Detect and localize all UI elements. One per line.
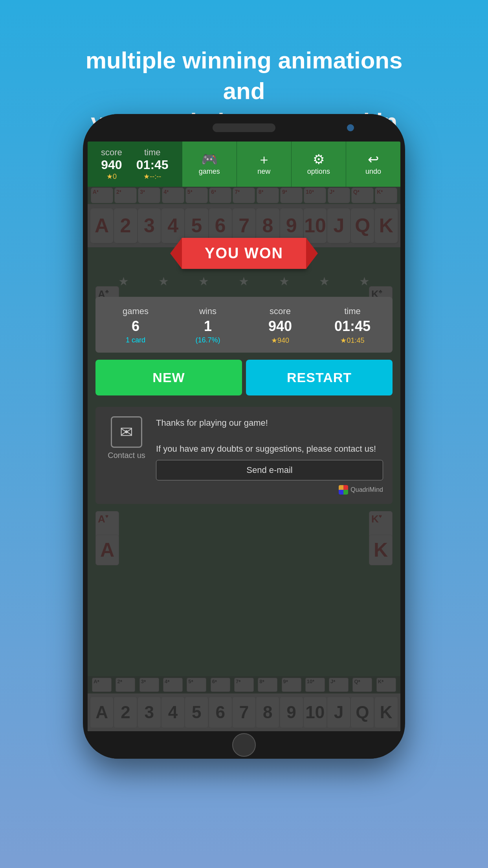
phone-bottom-bar [83,731,405,759]
phone-top-bar [83,114,405,142]
phone-camera [347,124,354,131]
score-label: score [101,147,122,158]
toolbar-buttons: 🎮 games ＋ new ⚙ options ↩ undo [182,142,400,187]
time-stat-label: time [316,306,389,316]
star-2: ★ [158,274,169,288]
new-button[interactable]: ＋ new [237,142,291,187]
undo-icon: ↩ [368,153,379,166]
score-value: 940 [101,158,122,172]
gear-icon: ⚙ [313,153,325,166]
restart-button[interactable]: RESTART [246,360,393,395]
wins-sub: (16.7%) [172,336,244,344]
contact-us-label: Contact us [108,451,145,460]
contact-text-area: Thanks for playing our game! If you have… [156,416,383,495]
logo-icon [339,485,348,495]
contact-icon-area: ✉ Contact us [105,416,148,495]
games-label: games [199,167,220,176]
star-7: ★ [359,274,370,288]
contact-email-icon: ✉ [111,416,142,448]
phone-speaker [213,123,275,132]
games-label: games [99,306,172,316]
time-stat-sub: ★01:45 [316,336,389,345]
star-3: ★ [198,274,209,288]
star-6: ★ [319,274,330,288]
score-block: score 940 ★0 [94,147,129,181]
star-4: ★ [238,274,249,288]
options-button[interactable]: ⚙ options [291,142,346,187]
stat-wins: wins 1 (16.7%) [172,306,244,345]
send-email-button[interactable]: Send e-mail [156,460,383,480]
time-sub: ★--:-- [136,172,169,181]
games-button[interactable]: 🎮 games [182,142,237,187]
games-sub: 1 card [99,336,172,344]
brand-name: QuadriMind [350,486,383,493]
action-buttons: NEW RESTART [95,360,393,395]
new-label: new [257,167,270,176]
score-stat-sub: ★940 [244,336,316,345]
plus-icon: ＋ [257,153,271,166]
won-text: YOU WON [205,245,283,261]
won-ribbon: YOU WON [181,238,307,269]
time-block: time 01:45 ★--:-- [129,147,176,181]
stats-panel: games 6 1 card wins 1 (16.7%) score 940 … [95,297,393,353]
phone-shell: score 940 ★0 time 01:45 ★--:-- 🎮 games ＋ [83,114,405,759]
wins-label: wins [172,306,244,316]
stat-score: score 940 ★940 [244,306,316,345]
time-label: time [136,147,169,158]
options-label: options [307,167,330,176]
phone-screen: score 940 ★0 time 01:45 ★--:-- 🎮 games ＋ [88,142,400,731]
stat-games: games 6 1 card [99,306,172,345]
undo-label: undo [365,167,381,176]
game-toolbar: score 940 ★0 time 01:45 ★--:-- 🎮 games ＋ [88,142,400,187]
stat-time: time 01:45 ★01:45 [316,306,389,345]
games-value: 6 [99,318,172,335]
undo-button[interactable]: ↩ undo [346,142,400,187]
star-1: ★ [118,274,129,288]
time-stat-value: 01:45 [316,318,389,335]
star-5: ★ [279,274,290,288]
won-overlay: YOU WON ★ ★ ★ ★ ★ ★ ★ games 6 1 card [88,187,400,731]
contact-section: ✉ Contact us Thanks for playing our game… [95,407,393,504]
wins-value: 1 [172,318,244,335]
score-time-section: score 940 ★0 time 01:45 ★--:-- [88,142,182,187]
score-sub: ★0 [101,172,122,181]
gamepad-icon: 🎮 [201,153,218,166]
new-game-button[interactable]: NEW [95,360,242,395]
brand-logo: QuadriMind [156,485,383,495]
contact-message: Thanks for playing our game! If you have… [156,416,383,455]
time-value: 01:45 [136,158,169,172]
score-stat-value: 940 [244,318,316,335]
home-button[interactable] [232,733,256,757]
score-stat-label: score [244,306,316,316]
won-banner: YOU WON [88,238,400,269]
